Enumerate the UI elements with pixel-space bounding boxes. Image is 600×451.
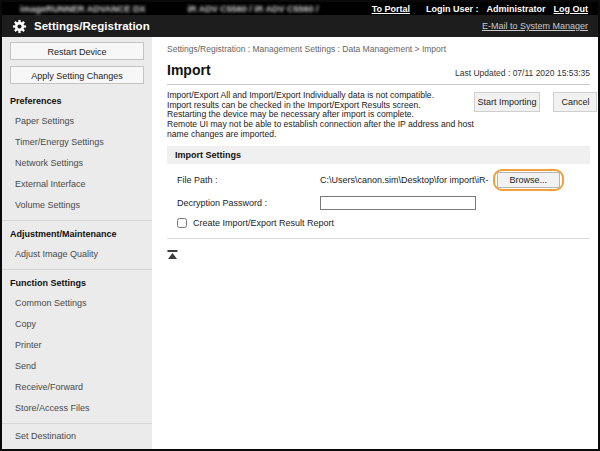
file-path-value: C:\Users\canon.sim\Desktop\for import\iR…: [320, 175, 489, 185]
sidebar-item-timer-energy-settings[interactable]: Timer/Energy Settings: [2, 132, 152, 153]
action-buttons: Start Importing Cancel: [474, 91, 598, 112]
restart-device-button[interactable]: Restart Device: [10, 42, 144, 60]
sidebar-group-management-settings: Management Settings User Management Devi…: [2, 447, 152, 449]
sidebar-item-store-access-files[interactable]: Store/Access Files: [2, 398, 152, 419]
sidebar-item-printer[interactable]: Printer: [2, 335, 152, 356]
sidebar-header-management-settings: Management Settings: [2, 447, 152, 449]
remote-ui-window: imageRUNNER ADVANCE DX iR ADV C5560 / iR…: [0, 0, 600, 451]
email-to-system-manager-link[interactable]: E-Mail to System Manager: [482, 21, 588, 31]
create-report-row: Create Import/Export Result Report: [167, 218, 590, 228]
sidebar-group-preferences: Preferences Paper Settings Timer/Energy …: [2, 90, 152, 216]
sidebar-item-adjust-image-quality[interactable]: Adjust Image Quality: [2, 244, 152, 265]
sidebar-item-network-settings[interactable]: Network Settings: [2, 153, 152, 174]
device-name-redacted: imageRUNNER ADVANCE DX: [20, 4, 146, 14]
browse-button[interactable]: Browse...: [497, 172, 561, 188]
sidebar-item-external-interface[interactable]: External Interface: [2, 174, 152, 195]
start-importing-button[interactable]: Start Importing: [474, 92, 540, 112]
page-title: Import: [167, 63, 211, 78]
gear-icon: [12, 19, 27, 34]
log-out-link[interactable]: Log Out: [554, 4, 589, 14]
sidebar: Restart Device Apply Setting Changes Pre…: [2, 37, 152, 449]
title-row: Import Last Updated : 07/11 2020 15:53:3…: [167, 63, 590, 85]
sidebar-group-function-settings: Function Settings Common Settings Copy P…: [2, 269, 152, 419]
sidebar-item-paper-settings[interactable]: Paper Settings: [2, 111, 152, 132]
decryption-password-label: Decryption Password :: [167, 198, 320, 208]
sidebar-header-adjustment-maintenance: Adjustment/Maintenance: [2, 223, 152, 244]
intro-row: Import/Export All and Import/Export Indi…: [167, 91, 590, 140]
bottom-divider: [167, 238, 590, 239]
file-path-label: File Path :: [167, 175, 320, 185]
device-model-redacted: iR ADV C5560 / iR ADV C5560 /: [188, 4, 319, 14]
to-portal-link[interactable]: To Portal: [372, 4, 410, 14]
description-text: Import/Export All and Import/Export Indi…: [167, 91, 474, 140]
topbar: imageRUNNER ADVANCE DX iR ADV C5560 / iR…: [2, 2, 598, 15]
decryption-password-input[interactable]: [320, 196, 476, 210]
appbar: Settings/Registration E-Mail to System M…: [2, 15, 598, 37]
sidebar-header-function-settings: Function Settings: [2, 272, 152, 293]
sidebar-item-copy[interactable]: Copy: [2, 314, 152, 335]
decryption-password-row: Decryption Password :: [167, 196, 590, 210]
main-content: Settings/Registration : Management Setti…: [152, 37, 598, 449]
sidebar-item-common-settings[interactable]: Common Settings: [2, 293, 152, 314]
sidebar-item-receive-forward[interactable]: Receive/Forward: [2, 377, 152, 398]
sidebar-group-set-destination: Set Destination: [2, 423, 152, 447]
sidebar-item-send[interactable]: Send: [2, 356, 152, 377]
description-line: name changes are imported.: [167, 130, 474, 140]
sidebar-group-adjustment-maintenance: Adjustment/Maintenance Adjust Image Qual…: [2, 220, 152, 265]
browse-highlight-annotation: Browse...: [493, 169, 565, 191]
sidebar-item-volume-settings[interactable]: Volume Settings: [2, 195, 152, 216]
login-user-value: Administrator: [486, 4, 545, 14]
sidebar-item-set-destination[interactable]: Set Destination: [2, 426, 152, 447]
import-settings-header: Import Settings: [167, 146, 590, 164]
sidebar-header-preferences: Preferences: [2, 90, 152, 111]
file-path-row: File Path : C:\Users\canon.sim\Desktop\f…: [167, 169, 590, 191]
create-report-label: Create Import/Export Result Report: [193, 218, 334, 228]
apply-setting-changes-button[interactable]: Apply Setting Changes: [10, 66, 144, 84]
cancel-button[interactable]: Cancel: [553, 92, 597, 112]
last-updated: Last Updated : 07/11 2020 15:53:35: [455, 68, 590, 78]
appbar-title: Settings/Registration: [34, 20, 150, 32]
back-to-top-icon[interactable]: [167, 245, 178, 263]
create-report-checkbox[interactable]: [177, 218, 187, 228]
login-user-label: Login User :: [426, 4, 479, 14]
breadcrumb: Settings/Registration : Management Setti…: [167, 44, 590, 55]
